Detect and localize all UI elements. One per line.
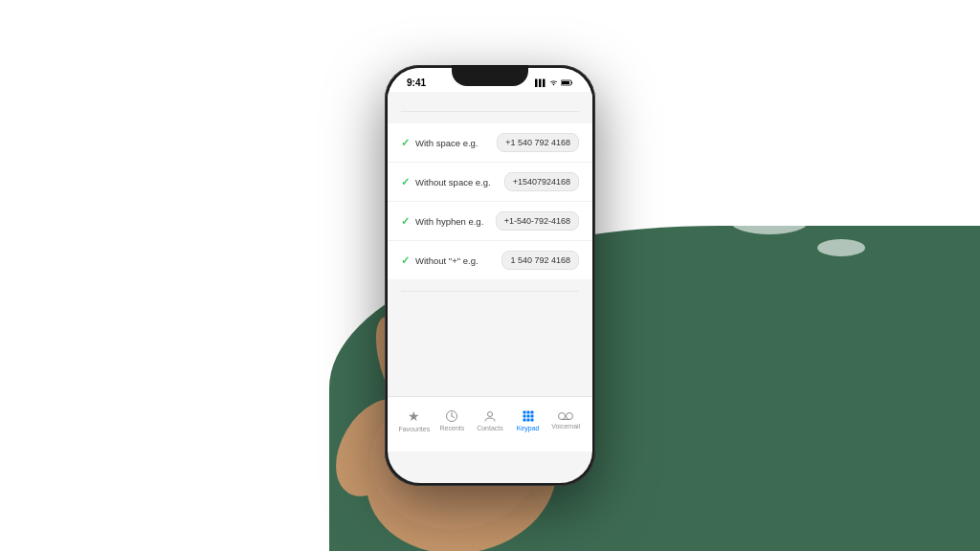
phone-badge-2: +15407924168 <box>504 172 579 191</box>
svg-rect-14 <box>523 411 525 414</box>
tab-voicemail[interactable]: Voicemail <box>546 411 585 430</box>
svg-line-12 <box>452 416 455 418</box>
svg-rect-16 <box>530 411 533 414</box>
item-label-4: Without "+" e.g. <box>415 255 479 266</box>
tab-keypad[interactable]: Keypad <box>509 409 547 431</box>
blob-2 <box>57 403 134 436</box>
tab-contacts[interactable]: Contacts <box>471 409 509 431</box>
favourites-icon: ★ <box>408 408 420 424</box>
phone-badge-1: +1 540 792 4168 <box>497 133 579 152</box>
battery-icon <box>561 79 573 86</box>
signal-icon: ▌▌▌ <box>535 79 546 86</box>
phone-frame: 9:41 ▌▌▌ <box>385 65 595 486</box>
blob-3 <box>86 314 144 341</box>
voicemail-icon <box>558 411 573 421</box>
list-item-without-space: ✓ Without space e.g. +15407924168 <box>388 163 592 202</box>
voicemail-label: Voicemail <box>551 423 580 430</box>
wifi-icon <box>549 79 558 86</box>
svg-rect-17 <box>523 415 525 418</box>
item-left-4: ✓ Without "+" e.g. <box>401 254 479 267</box>
svg-rect-21 <box>526 419 529 422</box>
phone-format-list: ✓ With space e.g. +1 540 792 4168 ✓ With… <box>388 123 592 279</box>
keypad-icon <box>522 409 535 423</box>
phone-hand-wrapper: 9:41 ▌▌▌ <box>385 65 595 486</box>
item-label-3: With hyphen e.g. <box>415 216 483 227</box>
recents-icon <box>445 409 458 423</box>
list-item-with-hyphen: ✓ With hyphen e.g. +1-540-792-4168 <box>388 202 592 241</box>
svg-rect-15 <box>526 411 529 414</box>
keypad-label: Keypad <box>517 425 540 431</box>
contacts-label: Contacts <box>477 425 503 431</box>
tab-bar: ★ Favourites Recents <box>388 396 592 452</box>
check-icon-2: ✓ <box>401 176 410 188</box>
blob-5 <box>817 239 865 256</box>
phone-notch <box>452 65 528 86</box>
item-left-3: ✓ With hyphen e.g. <box>401 215 483 228</box>
svg-point-24 <box>567 413 573 420</box>
recents-label: Recents <box>440 425 465 431</box>
check-icon-4: ✓ <box>401 254 410 267</box>
svg-rect-22 <box>530 419 533 422</box>
status-icons: ▌▌▌ <box>535 79 573 86</box>
item-label-2: Without space e.g. <box>415 177 491 187</box>
svg-rect-19 <box>530 415 533 418</box>
phone-badge-3: +1-540-792-4168 <box>496 211 579 231</box>
svg-point-13 <box>487 412 492 417</box>
top-separator <box>401 111 579 112</box>
svg-rect-18 <box>526 415 529 418</box>
item-left-1: ✓ With space e.g. <box>401 137 478 149</box>
blob-6 <box>884 191 923 206</box>
svg-rect-8 <box>562 81 569 84</box>
blob-4 <box>731 210 808 234</box>
bottom-separator <box>401 291 579 292</box>
phone-screen: 9:41 ▌▌▌ <box>388 68 592 483</box>
blob-1 <box>19 350 134 398</box>
favourites-label: Favourites <box>398 426 430 432</box>
tab-favourites[interactable]: ★ Favourites <box>395 408 434 432</box>
check-icon-1: ✓ <box>401 137 410 149</box>
contacts-icon <box>483 409 497 423</box>
check-icon-3: ✓ <box>401 215 410 228</box>
list-item-with-space: ✓ With space e.g. +1 540 792 4168 <box>388 123 592 163</box>
screen-content: ✓ With space e.g. +1 540 792 4168 ✓ With… <box>388 92 592 452</box>
status-time: 9:41 <box>407 77 426 88</box>
tab-recents[interactable]: Recents <box>434 409 472 431</box>
content-area: ✓ With space e.g. +1 540 792 4168 ✓ With… <box>388 92 592 396</box>
list-item-without-plus: ✓ Without "+" e.g. 1 540 792 4168 <box>388 241 592 279</box>
svg-point-23 <box>559 413 566 420</box>
item-label-1: With space e.g. <box>415 138 478 148</box>
item-left-2: ✓ Without space e.g. <box>401 176 491 188</box>
svg-rect-20 <box>523 419 525 422</box>
phone-badge-4: 1 540 792 4168 <box>501 251 579 270</box>
top-space <box>388 92 592 111</box>
